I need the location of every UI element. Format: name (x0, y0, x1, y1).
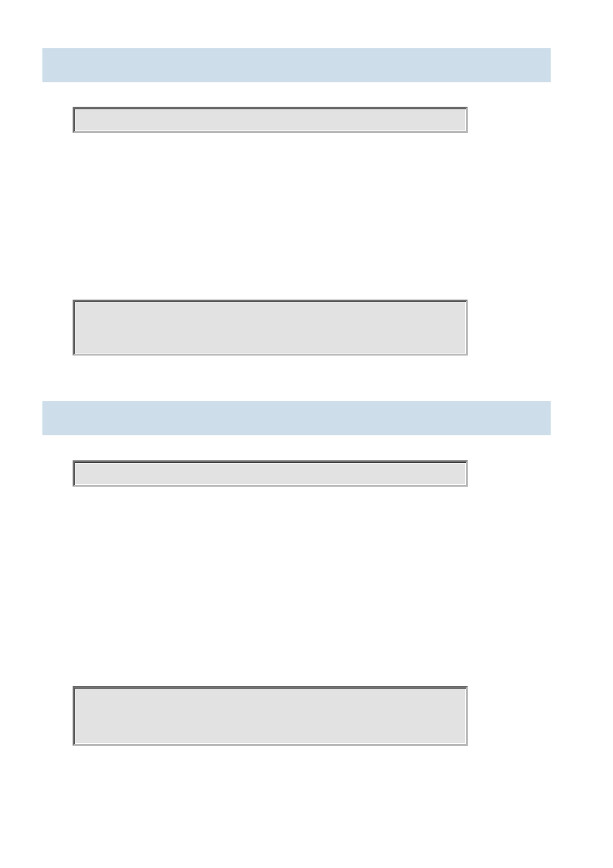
textarea-box-2[interactable] (73, 686, 468, 746)
text-input-box-2[interactable] (73, 460, 468, 487)
section-header-bar-2 (42, 401, 551, 435)
page (0, 0, 613, 868)
textarea-box-1[interactable] (73, 300, 468, 356)
text-input-box-1[interactable] (73, 107, 468, 133)
section-header-bar-1 (42, 48, 551, 82)
